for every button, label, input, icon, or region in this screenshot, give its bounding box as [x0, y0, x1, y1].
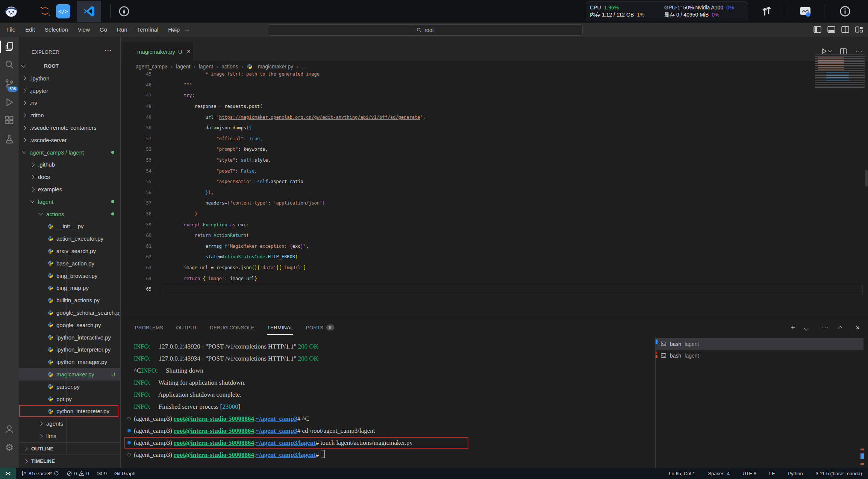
outline-section[interactable]: OUTLINE [19, 442, 120, 455]
customize-layout-icon[interactable] [855, 25, 863, 34]
tree-item-arxiv_search.py[interactable]: arxiv_search.py [19, 245, 120, 257]
tree-item-agent_camp3lagent[interactable]: agent_camp3 / lagent [19, 146, 120, 159]
menu-edit[interactable]: Edit [20, 24, 40, 35]
tree-item-.vscode-remote-containers[interactable]: .vscode-remote-containers [19, 121, 120, 134]
close-panel-icon[interactable]: × [856, 324, 860, 332]
tree-item-ppt.py[interactable]: ppt.py [19, 393, 120, 405]
editor-more-icon[interactable]: ··· [855, 47, 863, 55]
terminal-tab-bash[interactable]: bashlagent [656, 350, 863, 361]
code-editor[interactable]: 45 * image (str): path to the generated … [121, 72, 868, 318]
remote-indicator[interactable] [0, 468, 16, 479]
panel-more-icon[interactable]: ··· [822, 324, 829, 331]
menu-selection[interactable]: Selection [40, 24, 73, 35]
ports-status[interactable]: 9 [94, 468, 109, 479]
panel-tab-output[interactable]: OUTPUT [176, 325, 197, 330]
tree-item-google_search.py[interactable]: google_search.py [19, 319, 120, 331]
tree-root[interactable]: ROOT [19, 60, 120, 72]
tree-item-ipython_manager.py[interactable]: ipython_manager.py [19, 356, 120, 368]
breadcrumb-item[interactable]: lagent [176, 64, 190, 70]
tree-item-.triton[interactable]: .triton [19, 109, 120, 121]
breadcrumb-item[interactable]: lagent [199, 64, 213, 70]
internstudio-logo-icon[interactable] [4, 4, 19, 19]
run-debug-icon[interactable] [0, 93, 19, 111]
tree-item-.ipython[interactable]: .ipython [19, 72, 120, 85]
language-mode[interactable]: Python [785, 468, 805, 479]
tree-item-actions[interactable]: actions [19, 208, 120, 220]
account-icon[interactable] [0, 420, 19, 438]
tab-magicmaker[interactable]: magicmaker.py U × [121, 42, 193, 61]
panel-tab-terminal[interactable]: TERMINAL [267, 325, 293, 330]
compass-icon[interactable] [117, 4, 132, 19]
menu-view[interactable]: View [73, 24, 95, 35]
source-control-icon[interactable]: 508 [0, 74, 19, 92]
tree-item-base_action.py[interactable]: base_action.py [19, 257, 120, 270]
python-interpreter[interactable]: 3.11.5 ('base': conda) [813, 468, 864, 479]
nav-back-icon[interactable]: ← [171, 26, 178, 34]
nav-forward-icon[interactable]: → [183, 26, 191, 34]
search-view-icon[interactable] [0, 56, 19, 74]
breadcrumb-item[interactable]: magicmaker.py [247, 64, 293, 70]
menu-run[interactable]: Run [112, 24, 132, 35]
toggle-sidebar-icon[interactable] [813, 25, 822, 34]
terminal-tab-bash[interactable]: bashlagent [656, 338, 863, 350]
new-terminal-icon[interactable]: + [791, 323, 795, 332]
breadcrumb[interactable]: agent_camp3›lagent›lagent›actions›magicm… [121, 61, 868, 72]
menu-go[interactable]: Go [95, 24, 112, 35]
breadcrumb-item[interactable]: agent_camp3 [136, 64, 168, 70]
git-branch-status[interactable]: 81e7ace8* [19, 468, 61, 479]
tree-item-.nv[interactable]: .nv [19, 97, 120, 109]
git-graph-button[interactable]: Git Graph [112, 468, 138, 479]
tree-item-agents[interactable]: agents [19, 417, 120, 430]
tree-item-__init__.py[interactable]: __init__.py [19, 220, 120, 233]
tree-item-.vscode-server[interactable]: .vscode-server [19, 134, 120, 146]
command-decoration-icon[interactable] [127, 417, 131, 420]
vscode-tab[interactable] [77, 1, 101, 22]
toggle-panel-icon[interactable] [827, 25, 836, 34]
encoding[interactable]: UTF-8 [740, 468, 759, 479]
info-icon[interactable] [838, 4, 853, 19]
tree-item-google_scholar_search.py[interactable]: google_scholar_search.py [19, 306, 120, 319]
tree-item-builtin_actions.py[interactable]: builtin_actions.py [19, 294, 120, 306]
tree-item-bing_browser.py[interactable]: bing_browser.py [19, 270, 120, 282]
tree-item-llms[interactable]: llms [19, 430, 120, 442]
tree-item-docs[interactable]: docs [19, 171, 120, 183]
tree-item-magicmaker.py[interactable]: magicmaker.pyU [19, 368, 120, 380]
toggle-secondary-sidebar-icon[interactable] [841, 25, 850, 34]
panel-tab-ports[interactable]: PORTS9 [306, 324, 334, 330]
indentation[interactable]: Spaces: 4 [706, 468, 732, 479]
tab-close-icon[interactable]: × [187, 48, 191, 55]
image-toggle-icon[interactable] [798, 4, 813, 19]
code-server-icon[interactable]: </> [56, 4, 71, 19]
tree-item-ipython_interpreter.py[interactable]: ipython_interpreter.py [19, 344, 120, 356]
maximize-panel-icon[interactable] [839, 324, 846, 331]
menu-file[interactable]: File [2, 24, 20, 35]
timeline-section[interactable]: TIMELINE [19, 455, 120, 467]
problems-status[interactable]: 0 0 [64, 468, 91, 479]
editor-area[interactable]: magicmaker.py U × ··· agent_camp3›lagent… [120, 37, 868, 318]
tree-item-.github[interactable]: .github [19, 159, 120, 171]
command-center-search[interactable]: root [268, 24, 583, 36]
explorer-more-icon[interactable]: ··· [105, 47, 112, 54]
explorer-icon[interactable] [0, 38, 19, 56]
panel-tab-problems[interactable]: PROBLEMS [135, 325, 163, 330]
editor-scrollbar[interactable] [865, 170, 868, 186]
tree-item-bing_map.py[interactable]: bing_map.py [19, 282, 120, 294]
extensions-icon[interactable] [0, 111, 19, 129]
eol[interactable]: LF [767, 468, 777, 479]
tree-item-parser.py[interactable]: parser.py [19, 380, 120, 393]
split-editor-icon[interactable] [840, 48, 847, 55]
testing-icon[interactable] [0, 130, 19, 148]
tree-item-examples[interactable]: examples [19, 183, 120, 196]
run-python-file-button[interactable] [821, 48, 832, 55]
breadcrumb-item[interactable]: actions [221, 64, 238, 70]
tree-item-action_executor.py[interactable]: action_executor.py [19, 232, 120, 245]
settings-gear-icon[interactable]: ⚙ [0, 438, 19, 456]
jupyter-icon[interactable] [38, 4, 53, 19]
terminal-dropdown-icon[interactable] [805, 324, 812, 331]
cursor-position[interactable]: Ln 65, Col 1 [667, 468, 697, 479]
tree-item-ipython_interactive.py[interactable]: ipython_interactive.py [19, 331, 120, 344]
command-decoration-icon[interactable] [127, 429, 131, 432]
breadcrumb-item[interactable]: … [301, 64, 307, 70]
command-decoration-icon[interactable] [127, 453, 131, 456]
tree-item-.jupyter[interactable]: .jupyter [19, 85, 120, 97]
